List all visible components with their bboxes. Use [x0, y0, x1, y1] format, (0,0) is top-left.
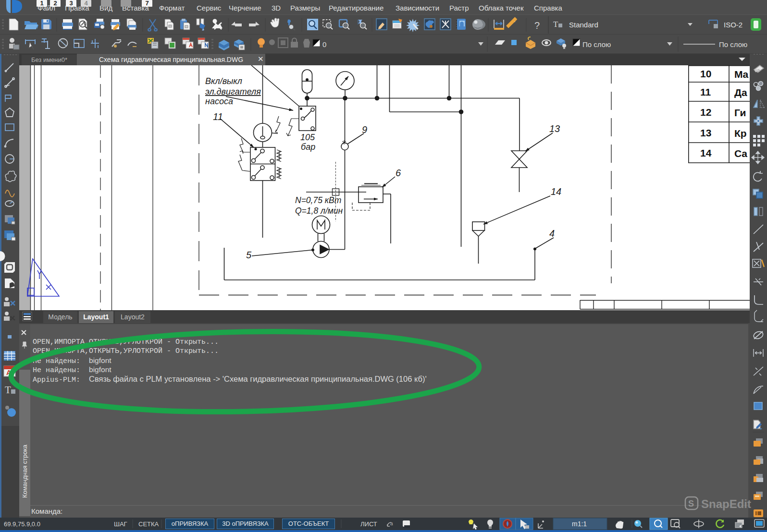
svg-text:?: ? — [534, 20, 540, 31]
svg-text:Standard: Standard — [569, 21, 598, 29]
svg-text:T: T — [5, 384, 11, 396]
svg-text:По слою: По слою — [582, 40, 611, 48]
svg-text:A: A — [6, 368, 12, 376]
svg-text:SnapEdit: SnapEdit — [701, 497, 751, 510]
svg-text:ISO-2: ISO-2 — [724, 21, 742, 29]
svg-text:По слою: По слою — [719, 40, 747, 48]
svg-text:0: 0 — [322, 40, 326, 48]
svg-text:a: a — [390, 521, 393, 526]
svg-text:S: S — [688, 499, 694, 508]
svg-text:m1:1: m1:1 — [572, 520, 587, 528]
svg-text:T: T — [553, 20, 558, 29]
